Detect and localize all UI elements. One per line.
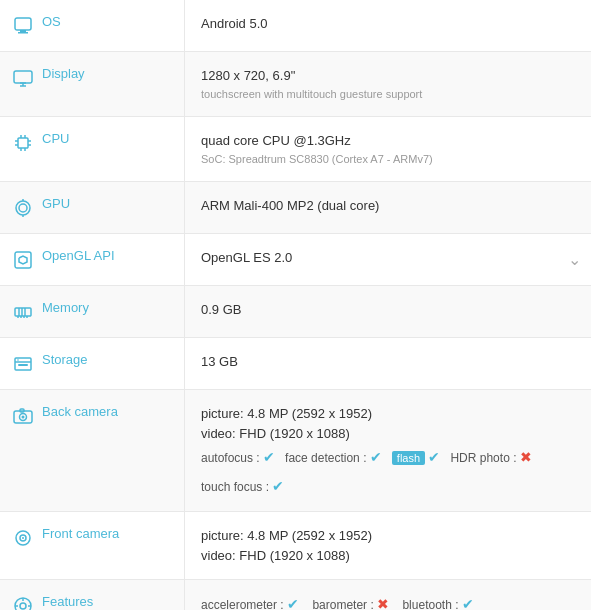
features-icon bbox=[12, 595, 34, 610]
gpu-label: GPU bbox=[42, 196, 70, 211]
touch-focus-label: touch focus : bbox=[201, 480, 269, 494]
front-camera-icon bbox=[12, 527, 34, 549]
row-gpu: GPU ARM Mali-400 MP2 (dual core) bbox=[0, 182, 591, 234]
label-memory: Memory bbox=[0, 286, 185, 337]
label-opengl: OpenGL API bbox=[0, 234, 185, 285]
svg-point-17 bbox=[16, 201, 30, 215]
row-cpu: CPU quad core CPU @1.3GHz SoC: Spreadtru… bbox=[0, 117, 591, 182]
row-memory: Memory 0.9 GB bbox=[0, 286, 591, 338]
autofocus-check: ✔ bbox=[263, 449, 275, 465]
cpu-label: CPU bbox=[42, 131, 69, 146]
back-camera-label: Back camera bbox=[42, 404, 118, 419]
label-front-camera: Front camera bbox=[0, 512, 185, 579]
storage-value: 13 GB bbox=[185, 338, 591, 389]
back-camera-icon bbox=[12, 405, 34, 427]
row-back-camera: Back camera picture: 4.8 MP (2592 x 1952… bbox=[0, 390, 591, 512]
flash-badge: flash bbox=[392, 451, 425, 465]
svg-rect-0 bbox=[15, 18, 31, 30]
face-detection-label: face detection : bbox=[285, 451, 366, 465]
svg-rect-7 bbox=[18, 138, 28, 148]
touch-focus-check: ✔ bbox=[272, 478, 284, 494]
label-gpu: GPU bbox=[0, 182, 185, 233]
front-camera-label: Front camera bbox=[42, 526, 119, 541]
label-display: Display bbox=[0, 52, 185, 116]
label-storage: Storage bbox=[0, 338, 185, 389]
svg-point-41 bbox=[20, 603, 26, 609]
svg-rect-2 bbox=[18, 32, 28, 34]
svg-rect-32 bbox=[18, 364, 28, 366]
row-os: OS Android 5.0 bbox=[0, 0, 591, 52]
front-camera-value: picture: 4.8 MP (2592 x 1952) video: FHD… bbox=[185, 512, 591, 579]
memory-value: 0.9 GB bbox=[185, 286, 591, 337]
row-storage: Storage 13 GB bbox=[0, 338, 591, 390]
gpu-value: ARM Mali-400 MP2 (dual core) bbox=[185, 182, 591, 233]
os-icon bbox=[12, 15, 34, 37]
flash-check: ✔ bbox=[428, 449, 440, 465]
cpu-value: quad core CPU @1.3GHz SoC: Spreadtrum SC… bbox=[185, 117, 591, 181]
memory-icon bbox=[12, 301, 34, 323]
svg-rect-1 bbox=[20, 30, 26, 32]
svg-point-31 bbox=[17, 359, 19, 361]
cpu-icon bbox=[12, 132, 34, 154]
svg-rect-21 bbox=[15, 308, 31, 316]
features-label: Features bbox=[42, 594, 93, 609]
label-os: OS bbox=[0, 0, 185, 51]
row-display: Display 1280 x 720, 6.9" touchscreen wit… bbox=[0, 52, 591, 117]
hdr-cross: ✖ bbox=[520, 449, 532, 465]
os-label: OS bbox=[42, 14, 61, 29]
label-back-camera: Back camera bbox=[0, 390, 185, 511]
opengl-value: OpenGL ES 2.0 ⌄ bbox=[185, 234, 591, 285]
display-icon bbox=[12, 67, 34, 89]
opengl-icon bbox=[12, 249, 34, 271]
features-line1: accelerometer : ✔ barometer : ✖ bluetoot… bbox=[201, 594, 561, 610]
storage-label: Storage bbox=[42, 352, 88, 367]
opengl-dropdown-arrow[interactable]: ⌄ bbox=[568, 248, 581, 272]
face-detection-check: ✔ bbox=[370, 449, 382, 465]
back-camera-value: picture: 4.8 MP (2592 x 1952) video: FHD… bbox=[185, 390, 591, 511]
svg-point-39 bbox=[22, 537, 24, 539]
svg-point-16 bbox=[19, 204, 27, 212]
autofocus-label: autofocus : bbox=[201, 451, 260, 465]
display-value: 1280 x 720, 6.9" touchscreen with multit… bbox=[185, 52, 591, 116]
display-label: Display bbox=[42, 66, 85, 81]
features-value: accelerometer : ✔ barometer : ✖ bluetoot… bbox=[185, 580, 591, 610]
label-cpu: CPU bbox=[0, 117, 185, 181]
os-value: Android 5.0 bbox=[185, 0, 591, 51]
spec-table: OS Android 5.0 Display 1280 x 720, 6.9" … bbox=[0, 0, 591, 610]
row-features: Features accelerometer : ✔ barometer : ✖… bbox=[0, 580, 591, 610]
hdr-label: HDR photo : bbox=[450, 451, 516, 465]
label-features: Features bbox=[0, 580, 185, 610]
gpu-icon bbox=[12, 197, 34, 219]
row-opengl: OpenGL API OpenGL ES 2.0 ⌄ bbox=[0, 234, 591, 286]
svg-rect-20 bbox=[15, 252, 31, 268]
opengl-label: OpenGL API bbox=[42, 248, 115, 263]
memory-label: Memory bbox=[42, 300, 89, 315]
storage-icon bbox=[12, 353, 34, 375]
svg-point-36 bbox=[22, 416, 25, 419]
svg-rect-3 bbox=[14, 71, 32, 83]
row-front-camera: Front camera picture: 4.8 MP (2592 x 195… bbox=[0, 512, 591, 580]
